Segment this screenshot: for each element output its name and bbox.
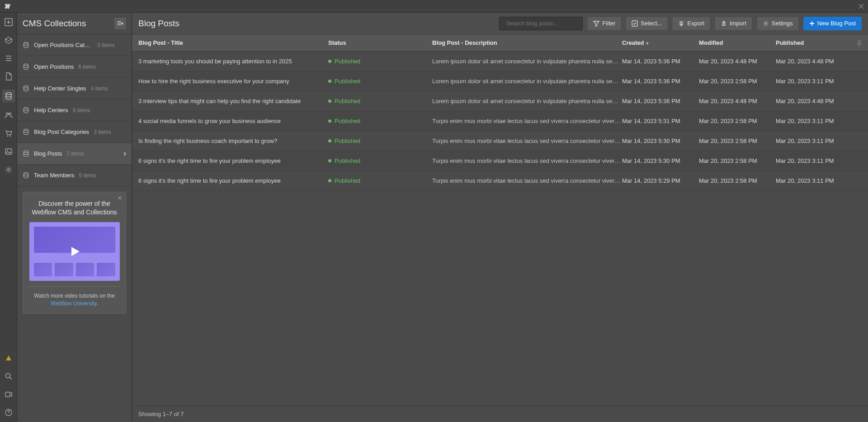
- row-modified: Mar 20, 2023 2:58 PM: [699, 118, 776, 124]
- webflow-university-link[interactable]: Webflow University: [51, 300, 96, 307]
- row-title: Is finding the right business coach impo…: [138, 138, 328, 144]
- search-input[interactable]: [506, 20, 582, 27]
- row-published: Mar 20, 2023 3:11 PM: [776, 78, 853, 85]
- collection-item[interactable]: Help Centers 6 items: [17, 100, 132, 121]
- help-icon[interactable]: [4, 408, 14, 417]
- components-icon[interactable]: [4, 35, 14, 45]
- database-icon: [23, 42, 29, 48]
- users-icon[interactable]: [4, 110, 14, 120]
- search-icon[interactable]: [4, 371, 14, 381]
- new-collection-button[interactable]: [114, 18, 126, 29]
- tutorial-card: ✕ Discover the power of the Webflow CMS …: [23, 192, 126, 314]
- row-modified: Mar 20, 2023 2:58 PM: [699, 138, 776, 144]
- collection-name: Open Positions Cate...: [34, 42, 93, 48]
- assets-icon[interactable]: [4, 147, 14, 156]
- svg-point-8: [7, 169, 9, 171]
- pin-column-icon[interactable]: [856, 40, 863, 46]
- table-footer: Showing 1–7 of 7: [132, 406, 868, 422]
- tutorial-close-button[interactable]: ✕: [118, 195, 122, 201]
- database-icon: [23, 107, 29, 114]
- collection-item[interactable]: Open Positions 6 items: [17, 56, 132, 78]
- row-modified: Mar 20, 2023 4:48 PM: [699, 58, 776, 65]
- tutorial-heading: Discover the power of the Webflow CMS an…: [28, 199, 120, 217]
- add-element-icon[interactable]: [4, 17, 14, 27]
- cms-icon[interactable]: [2, 90, 15, 102]
- row-published: Mar 20, 2023 3:11 PM: [776, 157, 853, 164]
- database-icon: [23, 128, 29, 135]
- svg-point-13: [24, 64, 28, 66]
- status-badge: Published: [328, 78, 432, 85]
- settings-button[interactable]: Settings: [757, 17, 799, 30]
- header-created[interactable]: Created▼: [622, 39, 699, 46]
- svg-point-18: [24, 172, 28, 174]
- collection-item[interactable]: Open Positions Cate... 3 items: [17, 34, 132, 56]
- row-modified: Mar 20, 2023 2:58 PM: [699, 157, 776, 164]
- row-created: Mar 14, 2023 5:30 PM: [622, 138, 699, 144]
- import-button[interactable]: Import: [715, 17, 752, 30]
- row-title: 4 social media funnels to grow your busi…: [138, 118, 328, 124]
- header-modified[interactable]: Modified: [699, 39, 776, 46]
- collection-name: Help Centers: [34, 107, 68, 114]
- pages-icon[interactable]: [4, 71, 14, 81]
- svg-point-12: [24, 42, 28, 44]
- svg-rect-10: [5, 392, 10, 397]
- navigator-icon[interactable]: [4, 53, 14, 63]
- svg-point-17: [24, 151, 28, 152]
- settings-icon[interactable]: [4, 165, 14, 175]
- header-published[interactable]: Published: [776, 39, 853, 46]
- video-help-icon[interactable]: [4, 389, 14, 399]
- row-created: Mar 14, 2023 5:36 PM: [622, 98, 699, 104]
- table-row[interactable]: Is finding the right business coach impo…: [132, 131, 868, 151]
- header-title[interactable]: Blog Post - Title: [138, 39, 328, 46]
- search-field[interactable]: [499, 17, 583, 30]
- window-titlebar: [0, 0, 868, 13]
- main-content: Blog Posts Filter Select... Export Impor…: [132, 13, 868, 422]
- row-description: Turpis enim mus morbi vitae lectus lacus…: [432, 118, 622, 124]
- filter-button[interactable]: Filter: [587, 17, 621, 30]
- collection-title: Blog Posts: [138, 19, 495, 28]
- export-button[interactable]: Export: [672, 17, 710, 30]
- collection-item[interactable]: Blog Post Categories 3 items: [17, 121, 132, 143]
- row-created: Mar 14, 2023 5:29 PM: [622, 177, 699, 184]
- table-row[interactable]: 3 marketing tools you should be paying a…: [132, 52, 868, 71]
- left-icon-rail: [0, 13, 17, 422]
- table-row[interactable]: 6 signs it's the right time to fire your…: [132, 151, 868, 171]
- collection-item[interactable]: Blog Posts 7 items: [17, 143, 132, 165]
- svg-point-14: [24, 85, 28, 87]
- row-description: Turpis enim mus morbi vitae lectus lacus…: [432, 138, 622, 144]
- svg-point-3: [9, 113, 11, 115]
- row-description: Turpis enim mus morbi vitae lectus lacus…: [432, 177, 622, 184]
- collection-name: Team Members: [34, 172, 75, 179]
- svg-point-1: [6, 93, 11, 95]
- audit-icon[interactable]: [4, 353, 14, 363]
- collection-item[interactable]: Team Members 5 items: [17, 165, 132, 186]
- row-title: 6 signs it's the right time to fire your…: [138, 177, 328, 184]
- collection-name: Help Center Singles: [34, 85, 86, 92]
- table-row[interactable]: 4 social media funnels to grow your busi…: [132, 111, 868, 131]
- chevron-right-icon: [123, 152, 127, 156]
- row-description: Lorem ipsum dolor sit amet consectetur i…: [432, 78, 622, 85]
- header-description[interactable]: Blog Post - Description: [432, 39, 622, 46]
- collection-name: Blog Post Categories: [34, 128, 89, 135]
- collection-count: 5 items: [79, 172, 97, 179]
- play-icon: [68, 245, 81, 258]
- table-row[interactable]: 3 interview tips that might can help you…: [132, 91, 868, 111]
- row-description: Lorem ipsum dolor sit amet consectetur i…: [432, 58, 622, 65]
- ecommerce-icon[interactable]: [4, 128, 14, 138]
- table-row[interactable]: How to hire the right business executive…: [132, 71, 868, 91]
- table-row[interactable]: 6 signs it's the right time to fire your…: [132, 171, 868, 191]
- tutorial-video-thumbnail[interactable]: [29, 222, 120, 281]
- sidebar-title: CMS Collections: [23, 19, 86, 28]
- close-panel-button[interactable]: [858, 3, 864, 9]
- new-item-button[interactable]: New Blog Post: [803, 17, 862, 30]
- collection-name: Blog Posts: [34, 150, 62, 157]
- row-published: Mar 20, 2023 3:11 PM: [776, 138, 853, 144]
- row-published: Mar 20, 2023 4:48 PM: [776, 58, 853, 65]
- svg-point-21: [765, 23, 767, 24]
- svg-point-16: [24, 129, 28, 131]
- header-status[interactable]: Status: [328, 39, 432, 46]
- row-published: Mar 20, 2023 4:48 PM: [776, 98, 853, 104]
- select-button[interactable]: Select...: [626, 17, 668, 30]
- collection-item[interactable]: Help Center Singles 4 items: [17, 78, 132, 100]
- row-modified: Mar 20, 2023 2:58 PM: [699, 78, 776, 85]
